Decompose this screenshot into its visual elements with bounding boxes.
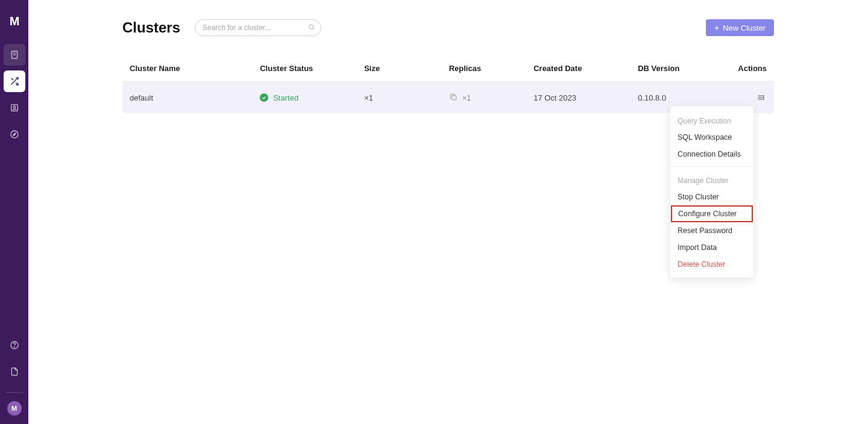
svg-line-5 <box>11 78 13 80</box>
status-check-icon <box>260 93 268 102</box>
svg-point-16 <box>763 96 764 96</box>
svg-marker-9 <box>13 133 16 136</box>
col-actions: Actions <box>722 55 774 82</box>
col-version: DB Version <box>631 55 722 82</box>
search-box <box>195 19 321 36</box>
col-cluster-name: Cluster Name <box>122 55 253 82</box>
logo: M <box>10 14 19 28</box>
row-actions-button[interactable] <box>755 92 767 104</box>
main-content: Clusters + New Cluster Cluster Name Clus… <box>28 0 868 113</box>
dropdown-divider <box>670 166 753 167</box>
svg-point-18 <box>763 97 764 98</box>
search-input[interactable] <box>195 19 321 36</box>
nav-divider <box>6 392 23 393</box>
nav-clusters[interactable] <box>4 70 25 92</box>
svg-point-11 <box>14 347 14 348</box>
dropdown-reset-password[interactable]: Reset Password <box>670 222 753 239</box>
col-cluster-status: Cluster Status <box>253 55 357 82</box>
svg-rect-14 <box>451 95 456 99</box>
col-size: Size <box>357 55 442 82</box>
replica-value: ×1 <box>462 93 471 102</box>
new-cluster-label: New Cluster <box>723 23 766 33</box>
cell-size: ×1 <box>357 82 442 114</box>
clusters-icon <box>10 76 19 86</box>
docs-icon <box>10 367 19 376</box>
cell-replicas: ×1 <box>442 82 527 114</box>
svg-point-12 <box>309 25 313 29</box>
database-icon <box>10 50 19 60</box>
avatar[interactable]: M <box>7 401 22 416</box>
cell-created: 17 Oct 2023 <box>526 82 631 114</box>
svg-line-13 <box>313 28 314 30</box>
nav-help[interactable] <box>4 334 25 356</box>
dropdown-section-query: Query Execution <box>670 111 753 129</box>
sidebar: M M <box>0 0 28 424</box>
dropdown-sql-workspace[interactable]: SQL Workspace <box>670 129 753 146</box>
svg-point-20 <box>763 99 764 99</box>
col-replicas: Replicas <box>442 55 527 82</box>
page-title: Clusters <box>122 19 180 36</box>
nav-explore[interactable] <box>4 123 25 145</box>
actions-dropdown: Query Execution SQL Workspace Connection… <box>670 106 753 278</box>
nav-contacts[interactable] <box>4 97 25 119</box>
replica-icon <box>449 93 458 103</box>
menu-icon <box>756 93 765 102</box>
search-icon <box>308 22 315 33</box>
dropdown-stop-cluster[interactable]: Stop Cluster <box>670 189 753 205</box>
help-icon <box>10 340 19 350</box>
svg-point-7 <box>13 106 15 108</box>
dropdown-section-manage: Manage Cluster <box>670 170 753 189</box>
table-container: Cluster Name Cluster Status Size Replica… <box>28 55 868 113</box>
dropdown-import-data[interactable]: Import Data <box>670 239 753 256</box>
svg-point-8 <box>11 131 18 138</box>
table-head: Cluster Name Cluster Status Size Replica… <box>122 55 774 82</box>
dropdown-connection-details[interactable]: Connection Details <box>670 146 753 163</box>
nav-database[interactable] <box>4 44 25 66</box>
dropdown-delete-cluster[interactable]: Delete Cluster <box>670 256 753 273</box>
new-cluster-button[interactable]: + New Cluster <box>706 19 774 36</box>
nav-docs[interactable] <box>4 361 25 382</box>
plus-icon: + <box>714 23 719 32</box>
cell-name: default <box>122 82 253 114</box>
compass-icon <box>10 129 19 139</box>
page-header: Clusters + New Cluster <box>28 19 868 36</box>
col-created: Created Date <box>526 55 631 82</box>
status-label: Started <box>273 93 298 102</box>
contacts-icon <box>10 103 19 113</box>
clusters-table: Cluster Name Cluster Status Size Replica… <box>122 55 774 113</box>
cell-status: Started <box>253 82 357 114</box>
dropdown-configure-cluster[interactable]: Configure Cluster <box>671 205 753 222</box>
